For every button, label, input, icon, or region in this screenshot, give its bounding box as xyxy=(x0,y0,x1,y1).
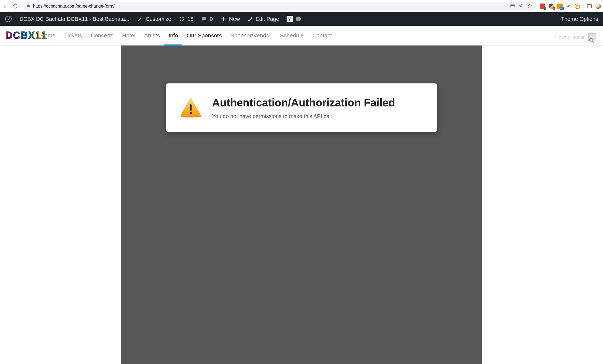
extension-wappalyzer-icon[interactable]: w. xyxy=(566,4,571,9)
search-icon[interactable] xyxy=(588,37,594,44)
svg-point-9 xyxy=(6,19,7,19)
separator xyxy=(583,4,583,9)
svg-point-12 xyxy=(9,18,10,18)
page-content: Authentication/Authorization Failed You … xyxy=(0,46,603,364)
yoast-seo-link[interactable] xyxy=(287,16,301,22)
seo-status-indicator-icon xyxy=(296,17,301,21)
svg-point-10 xyxy=(10,19,10,19)
address-bar[interactable]: https://dcbachata.com/name-change-form/ xyxy=(23,2,536,11)
extension-bitly-icon[interactable]: b xyxy=(575,4,580,9)
warning-triangle-icon xyxy=(180,97,202,119)
svg-line-16 xyxy=(592,41,594,43)
theme-options-link[interactable]: Theme Options xyxy=(561,16,598,22)
forward-button[interactable] xyxy=(2,4,8,9)
nav-sponsor-vendor[interactable]: Sponsor/Vendor xyxy=(226,26,276,45)
content-panel: Authentication/Authorization Failed You … xyxy=(121,46,482,364)
zoom-icon[interactable] xyxy=(519,3,524,9)
nav-concerts[interactable]: Concerts xyxy=(86,26,118,45)
dashboard-link[interactable] xyxy=(5,15,12,22)
nav-contact[interactable]: Contact xyxy=(308,26,336,45)
reload-button[interactable] xyxy=(12,4,18,9)
browser-toolbar: https://dcbachata.com/name-change-form/ … xyxy=(0,0,603,12)
nav-list: Home Tickets Concerts Hotel Artists Info… xyxy=(47,26,336,45)
extension-lastpass-icon[interactable]: 2 xyxy=(540,4,545,9)
url-text: https://dcbachata.com/name-change-form/ xyxy=(33,4,507,9)
yoast-icon xyxy=(287,16,293,22)
svg-point-19 xyxy=(190,112,192,114)
svg-point-8 xyxy=(8,19,9,20)
nav-tickets[interactable]: Tickets xyxy=(60,26,86,45)
cast-icon[interactable] xyxy=(587,4,592,9)
extension-google-apps-icon[interactable]: 4 xyxy=(549,4,554,9)
nav-artists[interactable]: Artists xyxy=(140,26,164,45)
profile-avatar-icon[interactable] xyxy=(595,4,601,9)
error-card: Authentication/Authorization Failed You … xyxy=(166,83,437,132)
wp-admin-bar: DCBX DC Bachata DCBX11 - Best Bachata...… xyxy=(0,12,603,26)
new-content-link[interactable]: New xyxy=(221,16,240,22)
extension-icons: 2 4 68 w. b xyxy=(538,4,601,9)
bookmark-star-icon[interactable] xyxy=(527,3,532,9)
site-title-link[interactable]: DCBX DC Bachata DCBX11 - Best Bachata... xyxy=(20,16,129,22)
svg-point-17 xyxy=(183,117,198,118)
svg-line-5 xyxy=(522,6,523,7)
nav-our-sponsors[interactable]: Our Sponsors xyxy=(182,26,226,45)
updates-link[interactable]: 18 xyxy=(179,16,193,22)
customize-link[interactable]: Customize xyxy=(137,16,171,22)
error-message: You do not have permissions to make this… xyxy=(212,113,395,119)
nav-info[interactable]: Info xyxy=(164,26,182,45)
nav-hotel[interactable]: Hotel xyxy=(118,26,140,45)
nav-schedule[interactable]: Schedule xyxy=(275,26,308,45)
extension-moz-icon[interactable]: 68 xyxy=(557,4,563,9)
comments-link[interactable]: 0 xyxy=(201,16,213,22)
error-title: Authentication/Authorization Failed xyxy=(212,96,395,109)
svg-point-11 xyxy=(7,18,8,18)
reader-mode-icon[interactable] xyxy=(510,3,515,9)
site-navbar: DCBX11 Home Tickets Concerts Hotel Artis… xyxy=(0,26,603,46)
nav-home[interactable]: Home xyxy=(36,26,60,45)
svg-point-6 xyxy=(588,8,588,8)
svg-rect-18 xyxy=(190,104,192,111)
edit-page-link[interactable]: Edit Page xyxy=(248,16,279,22)
svg-point-15 xyxy=(589,38,592,41)
lock-icon xyxy=(27,4,30,9)
